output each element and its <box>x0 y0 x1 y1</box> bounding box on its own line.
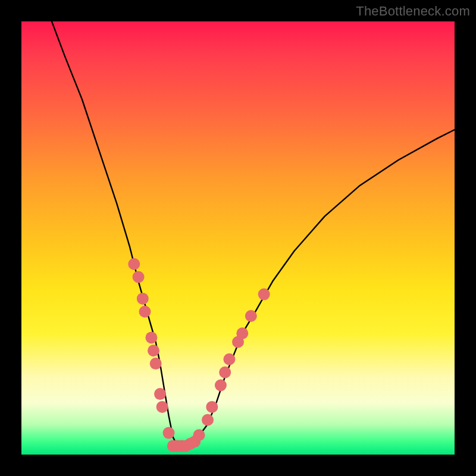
highlight-dot <box>137 293 149 305</box>
highlight-dot <box>258 289 270 300</box>
curve-svg <box>21 21 455 455</box>
highlight-dot <box>156 401 168 413</box>
highlight-dot <box>133 271 145 283</box>
watermark-text: TheBottleneck.com <box>356 4 470 19</box>
highlight-dot <box>128 258 140 270</box>
plot-area <box>21 21 455 455</box>
highlight-dot <box>245 310 257 322</box>
highlight-dot <box>193 429 205 441</box>
bottleneck-curve <box>52 21 455 446</box>
highlight-dot <box>163 427 175 439</box>
highlight-dots <box>128 258 270 452</box>
highlight-dot <box>139 306 151 318</box>
highlight-dot <box>219 367 231 378</box>
highlight-dot <box>154 388 166 400</box>
chart-frame: TheBottleneck.com <box>0 0 476 476</box>
highlight-dot <box>148 345 159 356</box>
highlight-dot <box>223 353 235 365</box>
highlight-dot <box>215 380 227 392</box>
highlight-dot <box>202 414 214 426</box>
highlight-dot <box>236 327 248 339</box>
highlight-dot <box>150 358 162 369</box>
highlight-dot <box>206 401 218 413</box>
highlight-dot <box>145 331 157 343</box>
